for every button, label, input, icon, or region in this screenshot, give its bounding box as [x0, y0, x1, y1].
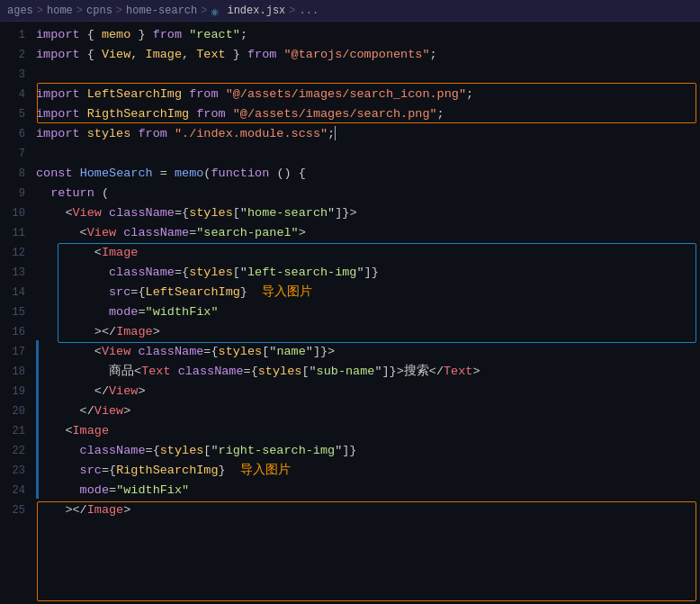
- code-line: 13 className={styles["left-search-img"]}: [0, 263, 700, 283]
- line-content: mode="widthFix": [36, 302, 700, 322]
- line-content: <View className={styles["home-search"]}>: [36, 203, 700, 223]
- line-content: import { View, Image, Text } from "@taro…: [36, 45, 700, 65]
- code-line: 22 className={styles["right-search-img"]…: [0, 441, 700, 461]
- line-content: import styles from "./index.module.scss"…: [36, 124, 700, 144]
- code-line: 6 import styles from "./index.module.scs…: [0, 124, 700, 144]
- line-content: import LeftSearchImg from "@/assets/imag…: [36, 85, 700, 104]
- line-number: 21: [0, 421, 36, 441]
- line-content: </View>: [36, 382, 700, 401]
- code-line: 7: [0, 144, 700, 164]
- line-number: 24: [0, 481, 36, 500]
- line-number: 7: [0, 144, 36, 164]
- line-number: 25: [0, 500, 36, 520]
- breadcrumb: ages > home > cpns > home-search > ⚛ ind…: [0, 0, 700, 22]
- line-number: 18: [0, 362, 36, 382]
- line-content: [36, 144, 700, 164]
- code-line: 18 商品<Text className={styles["sub-name"]…: [0, 362, 700, 382]
- line-number: 10: [0, 203, 36, 223]
- line-content: ></Image>: [36, 500, 700, 520]
- code-line: 23 src={RigthSearchImg} 导入图片: [0, 461, 700, 481]
- line-number: 22: [0, 441, 36, 461]
- code-line: 25 ></Image>: [0, 500, 700, 520]
- line-number: 19: [0, 382, 36, 401]
- line-content: [36, 65, 700, 85]
- breadcrumb-current: index.jsx: [227, 5, 285, 17]
- line-number: 14: [0, 283, 36, 302]
- breadcrumb-part: ...: [299, 5, 319, 17]
- breadcrumb-part: home-search: [126, 5, 197, 17]
- code-line: 21 <Image: [0, 421, 700, 441]
- code-line: 12 <Image: [0, 243, 700, 263]
- line-number: 2: [0, 45, 36, 65]
- line-number: 6: [0, 124, 36, 144]
- line-number: 4: [0, 85, 36, 104]
- code-area: 1 import { memo } from "react"; 2 import…: [0, 22, 700, 524]
- code-line: 2 import { View, Image, Text } from "@ta…: [0, 45, 700, 65]
- code-line: 10 <View className={styles["home-search"…: [0, 203, 700, 223]
- react-icon: ⚛: [211, 5, 223, 17]
- code-line: 5 import RigthSearchImg from "@/assets/i…: [0, 104, 700, 124]
- line-number: 1: [0, 25, 36, 45]
- code-line: 15 mode="widthFix": [0, 302, 700, 322]
- line-number: 3: [0, 65, 36, 85]
- line-content: 商品<Text className={styles["sub-name"]}>搜…: [36, 362, 700, 382]
- line-content: import RigthSearchImg from "@/assets/ima…: [36, 104, 700, 124]
- line-number: 5: [0, 104, 36, 124]
- line-number: 15: [0, 302, 36, 322]
- line-number: 16: [0, 322, 36, 342]
- code-line: 19 </View>: [0, 382, 700, 401]
- line-content: <Image: [36, 243, 700, 263]
- line-content: return (: [36, 184, 700, 203]
- breadcrumb-sep: >: [116, 5, 122, 17]
- code-line: 4 import LeftSearchImg from "@/assets/im…: [0, 85, 700, 104]
- breadcrumb-sep: >: [289, 5, 295, 17]
- breadcrumb-part: cpns: [86, 5, 112, 17]
- line-number: 9: [0, 184, 36, 203]
- line-number: 23: [0, 461, 36, 481]
- line-content: src={LeftSearchImg} 导入图片: [36, 283, 700, 302]
- code-line: 16 ></Image>: [0, 322, 700, 342]
- line-content: mode="widthFix": [36, 481, 700, 500]
- breadcrumb-sep: >: [201, 5, 207, 17]
- line-number: 13: [0, 263, 36, 283]
- line-content: ></Image>: [36, 322, 700, 342]
- line-content: src={RigthSearchImg} 导入图片: [36, 461, 700, 481]
- code-line: 11 <View className="search-panel">: [0, 223, 700, 243]
- line-content: className={styles["left-search-img"]}: [36, 263, 700, 283]
- line-content: import { memo } from "react";: [36, 25, 700, 45]
- line-content: </View>: [36, 401, 700, 421]
- breadcrumb-sep: >: [76, 5, 83, 17]
- code-line: 8 const HomeSearch = memo(function () {: [0, 164, 700, 184]
- line-number: 17: [0, 342, 36, 362]
- line-content: <View className={styles["name"]}>: [36, 342, 700, 362]
- line-content: className={styles["right-search-img"]}: [36, 441, 700, 461]
- line-content: <View className="search-panel">: [36, 223, 700, 243]
- code-line: 9 return (: [0, 184, 700, 203]
- line-number: 12: [0, 243, 36, 263]
- code-line: 1 import { memo } from "react";: [0, 25, 700, 45]
- line-content: <Image: [36, 421, 700, 441]
- breadcrumb-sep: >: [37, 5, 43, 17]
- breadcrumb-part: home: [47, 5, 73, 17]
- code-line: 24 mode="widthFix": [0, 481, 700, 500]
- code-line: 17 <View className={styles["name"]}>: [0, 342, 700, 362]
- editor-container: ages > home > cpns > home-search > ⚛ ind…: [0, 0, 700, 604]
- breadcrumb-part: ages: [7, 5, 33, 17]
- code-line: 3: [0, 65, 700, 85]
- line-number: 8: [0, 164, 36, 184]
- code-line: 20 </View>: [0, 401, 700, 421]
- code-line: 14 src={LeftSearchImg} 导入图片: [0, 283, 700, 302]
- line-number: 20: [0, 401, 36, 421]
- line-content: const HomeSearch = memo(function () {: [36, 164, 700, 184]
- line-number: 11: [0, 223, 36, 243]
